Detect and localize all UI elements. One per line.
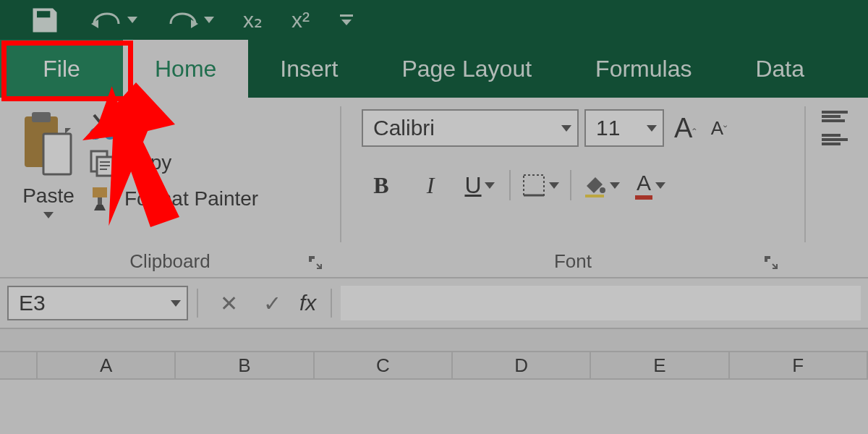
svg-rect-10 [100, 169, 107, 170]
tab-home[interactable]: Home [123, 40, 248, 98]
align-middle-icon[interactable] [822, 134, 848, 145]
cell-reference: E3 [19, 291, 46, 315]
underline-button[interactable]: U [460, 166, 499, 205]
paste-button[interactable]: Paste [12, 102, 85, 218]
clipboard-dialog-launcher-icon[interactable] [307, 254, 324, 271]
column-header[interactable]: A [38, 352, 176, 378]
font-size-value: 11 [596, 116, 620, 140]
quick-access-toolbar: x₂ x² [0, 0, 868, 40]
chevron-down-icon [561, 125, 571, 132]
ribbon-tabs: File Home Insert Page Layout Formulas Da… [0, 40, 868, 98]
ribbon-body: Paste C [0, 98, 868, 278]
tab-data[interactable]: Data [723, 40, 836, 98]
save-icon[interactable] [29, 4, 61, 36]
svg-rect-16 [585, 195, 604, 197]
bold-button[interactable]: B [362, 166, 401, 205]
svg-rect-0 [340, 14, 353, 17]
svg-rect-8 [100, 161, 110, 163]
font-name-value: Calibri [373, 116, 435, 140]
paste-menu-caret-icon[interactable] [43, 212, 54, 218]
separator [197, 289, 198, 318]
cancel-formula-button[interactable]: ✕ [207, 286, 250, 320]
chevron-down-icon [610, 182, 620, 189]
borders-button[interactable] [521, 166, 560, 205]
paintbrush-icon [88, 184, 117, 213]
svg-rect-11 [93, 187, 107, 197]
svg-rect-2 [32, 112, 51, 122]
separator [331, 289, 332, 318]
copy-button[interactable]: Copy [88, 148, 258, 177]
paste-label: Paste [22, 184, 75, 208]
align-top-icon[interactable] [822, 111, 848, 122]
group-clipboard: Paste C [0, 98, 340, 277]
name-box[interactable]: E3 [7, 286, 188, 320]
column-header[interactable]: F [730, 352, 868, 378]
svg-point-15 [600, 187, 605, 193]
chevron-down-icon [485, 182, 495, 189]
svg-rect-12 [98, 197, 102, 205]
enter-formula-button[interactable]: ✓ [250, 286, 294, 320]
qat-customize-icon[interactable] [339, 12, 354, 28]
grow-font-button[interactable]: Aˆ [670, 113, 701, 144]
font-color-button[interactable]: A [631, 166, 670, 205]
cut-button[interactable] [88, 112, 258, 141]
formula-input[interactable] [341, 286, 861, 320]
separator [509, 170, 511, 200]
font-name-combo[interactable]: Calibri [362, 109, 579, 147]
font-dialog-launcher-icon[interactable] [762, 254, 780, 271]
redo-icon[interactable] [166, 9, 214, 31]
select-all-corner[interactable] [0, 352, 38, 378]
svg-rect-9 [100, 165, 110, 166]
paste-icon [20, 109, 77, 182]
tab-page-layout[interactable]: Page Layout [370, 40, 563, 98]
chevron-down-icon [549, 182, 559, 189]
shrink-font-button[interactable]: Aˇ [707, 117, 732, 140]
formula-bar-row: E3 ✕ ✓ fx [0, 278, 868, 329]
group-font: Calibri 11 Aˆ Aˇ B I U [341, 98, 804, 277]
copy-icon [88, 148, 117, 177]
tab-insert[interactable]: Insert [248, 40, 370, 98]
tab-file[interactable]: File [0, 40, 123, 98]
tab-formulas[interactable]: Formulas [563, 40, 723, 98]
fill-color-button[interactable] [582, 166, 621, 205]
undo-icon[interactable] [90, 9, 137, 31]
column-header[interactable]: D [453, 352, 591, 378]
svg-rect-3 [43, 134, 71, 174]
font-group-label: Font [554, 250, 592, 273]
format-painter-button[interactable]: Format Painter [88, 184, 258, 213]
subscript-button[interactable]: x₂ [243, 7, 263, 33]
border-icon [522, 173, 546, 197]
chevron-down-icon [655, 182, 665, 189]
spreadsheet-grid: A B C D E F [0, 351, 868, 434]
italic-button[interactable]: I [411, 166, 450, 205]
column-headers: A B C D E F [0, 351, 868, 380]
column-header[interactable]: B [176, 352, 314, 378]
separator [570, 170, 571, 200]
scissors-icon [88, 112, 117, 141]
chevron-down-icon [647, 125, 657, 132]
copy-label: Copy [124, 151, 171, 174]
bucket-icon [582, 173, 607, 197]
font-size-combo[interactable]: 11 [584, 109, 664, 147]
superscript-button[interactable]: x² [292, 8, 310, 33]
clipboard-group-label: Clipboard [129, 250, 210, 273]
group-alignment-partial [806, 98, 848, 277]
column-header[interactable]: E [591, 352, 729, 378]
chevron-down-icon [171, 300, 181, 307]
column-header[interactable]: C [315, 352, 453, 378]
insert-function-button[interactable]: fx [294, 291, 322, 315]
format-painter-label: Format Painter [124, 187, 258, 210]
svg-rect-13 [524, 175, 544, 195]
